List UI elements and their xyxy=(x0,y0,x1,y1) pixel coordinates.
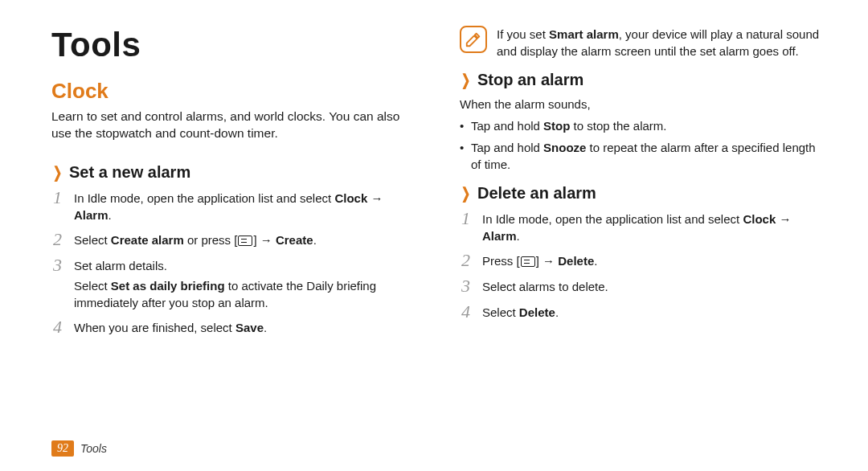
list-item: Tap and hold Stop to stop the alarm. xyxy=(460,117,823,134)
step-4: 4 Select Delete. xyxy=(461,302,823,322)
text: or press [ xyxy=(184,233,238,247)
step-number: 1 xyxy=(461,209,482,244)
right-column: If you set Smart alarm, your device will… xyxy=(460,26,823,343)
subheading-set-alarm-label: Set a new alarm xyxy=(69,163,190,181)
text: When you are finished, select xyxy=(74,321,235,334)
list-item: Tap and hold Snooze to repeat the alarm … xyxy=(460,139,823,173)
text: to stop the alarm. xyxy=(570,119,666,133)
subheading-delete-alarm-label: Delete an alarm xyxy=(477,184,596,202)
step-3: 3 Select alarms to delete. xyxy=(461,276,823,296)
note-icon xyxy=(460,26,487,53)
step-body: Set alarm details. Select Set as daily b… xyxy=(74,256,415,311)
step-2: 2 Press [] → Delete. xyxy=(461,251,823,270)
text: → xyxy=(367,191,383,205)
footer-section-name: Tools xyxy=(80,442,107,455)
step-extra: Select Set as daily briefing to activate… xyxy=(74,277,415,311)
pencil-note-icon xyxy=(465,31,482,48)
text: Select xyxy=(482,305,519,319)
text: . xyxy=(264,321,267,334)
columns: Tools Clock Learn to set and control ala… xyxy=(51,26,823,343)
step-number: 4 xyxy=(53,317,74,337)
clock-intro: Learn to set and control alarms, and wor… xyxy=(51,109,415,142)
note-text: If you set Smart alarm, your device will… xyxy=(497,26,823,59)
set-alarm-steps: 1 In Idle mode, open the application lis… xyxy=(53,188,415,337)
menu-icon xyxy=(238,236,252,246)
bold: Create alarm xyxy=(111,233,184,247)
step-body: Select Delete. xyxy=(482,302,559,322)
page-number: 92 xyxy=(51,440,74,457)
chevron-right-icon: ❯ xyxy=(461,71,470,89)
bold: Clock xyxy=(334,191,367,205)
page: Tools Clock Learn to set and control ala… xyxy=(0,0,868,471)
delete-alarm-steps: 1 In Idle mode, open the application lis… xyxy=(461,209,823,322)
subheading-stop-alarm: ❯Stop an alarm xyxy=(460,71,823,89)
text: ] → xyxy=(536,254,559,268)
step-body: In Idle mode, open the application list … xyxy=(482,209,823,244)
step-number: 1 xyxy=(53,188,74,223)
text: In Idle mode, open the application list … xyxy=(482,212,743,226)
text: Select xyxy=(74,233,111,247)
step-1: 1 In Idle mode, open the application lis… xyxy=(461,209,823,244)
step-body: In Idle mode, open the application list … xyxy=(74,188,415,223)
subheading-delete-alarm: ❯Delete an alarm xyxy=(460,184,823,203)
page-title: Tools xyxy=(51,26,415,64)
bold: Delete xyxy=(558,254,594,268)
text: . xyxy=(517,229,520,243)
bold: Smart alarm xyxy=(549,27,619,41)
text: . xyxy=(594,254,597,268)
left-column: Tools Clock Learn to set and control ala… xyxy=(51,26,415,343)
step-body: Select Create alarm or press [] → Create… xyxy=(74,230,317,249)
bold: Clock xyxy=(743,212,776,226)
chevron-right-icon: ❯ xyxy=(461,184,470,203)
text: . xyxy=(108,208,112,222)
menu-icon xyxy=(521,256,535,267)
bold: Alarm xyxy=(74,208,108,222)
stop-alarm-intro: When the alarm sounds, xyxy=(460,96,823,113)
text: In Idle mode, open the application list … xyxy=(74,191,334,205)
step-number: 3 xyxy=(461,276,482,296)
step-body: When you are finished, select Save. xyxy=(74,317,267,337)
footer: 92 Tools xyxy=(51,440,107,457)
bold: Set as daily briefing xyxy=(111,279,225,293)
bold: Save xyxy=(235,321,264,334)
step-number: 3 xyxy=(53,256,74,311)
text: Tap and hold xyxy=(471,119,543,133)
text: ] → xyxy=(253,233,276,247)
text: Set alarm details. xyxy=(74,259,167,272)
section-heading-clock: Clock xyxy=(51,79,415,104)
bold: Snooze xyxy=(543,141,586,154)
step-1: 1 In Idle mode, open the application lis… xyxy=(53,188,415,223)
text: Select xyxy=(74,279,111,293)
text: . xyxy=(555,305,559,319)
text: . xyxy=(313,233,317,247)
bold: Delete xyxy=(519,305,555,319)
bold: Alarm xyxy=(482,229,517,243)
subheading-stop-alarm-label: Stop an alarm xyxy=(477,71,583,88)
step-body: Press [] → Delete. xyxy=(482,251,597,270)
step-number: 2 xyxy=(53,230,74,249)
note-box: If you set Smart alarm, your device will… xyxy=(460,26,823,59)
text: If you set xyxy=(497,27,549,41)
subheading-set-alarm: ❯Set a new alarm xyxy=(51,163,415,182)
text: Press [ xyxy=(482,254,520,268)
bold: Stop xyxy=(543,119,570,133)
step-number: 2 xyxy=(461,251,482,270)
step-4: 4 When you are finished, select Save. xyxy=(53,317,415,337)
step-number: 4 xyxy=(461,302,482,322)
step-body: Select alarms to delete. xyxy=(482,276,608,296)
bold: Create xyxy=(276,233,313,247)
chevron-right-icon: ❯ xyxy=(53,163,62,182)
text: → xyxy=(776,212,791,226)
text: Tap and hold xyxy=(471,141,543,154)
stop-alarm-bullets: Tap and hold Stop to stop the alarm. Tap… xyxy=(460,117,823,173)
step-3: 3 Set alarm details. Select Set as daily… xyxy=(53,256,415,311)
step-2: 2 Select Create alarm or press [] → Crea… xyxy=(53,230,415,249)
